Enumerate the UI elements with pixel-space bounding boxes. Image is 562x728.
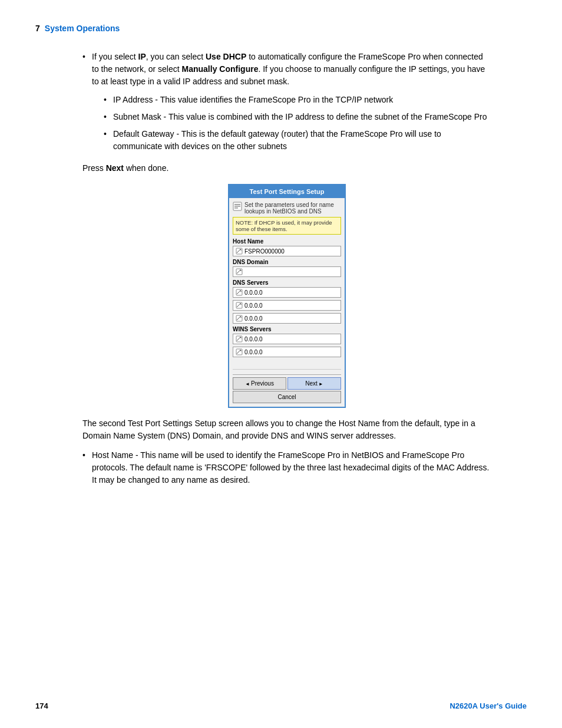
device-dns-server-3-input[interactable]: 0.0.0.0 — [233, 313, 341, 324]
svg-rect-10 — [236, 289, 242, 295]
svg-rect-16 — [236, 315, 242, 321]
press-next-text: Press — [82, 163, 106, 173]
bullet-ip: If you select IP, you can select Use DHC… — [82, 51, 491, 153]
previous-arrow-icon — [245, 380, 251, 387]
wins-server-2-value: 0.0.0.0 — [244, 349, 263, 355]
chapter-title: System Operations — [45, 24, 120, 33]
svg-rect-7 — [236, 269, 242, 275]
dns-server-2-edit-icon — [236, 302, 243, 309]
dns-domain-edit-icon — [236, 268, 243, 275]
press-next-end: when done. — [124, 163, 168, 173]
device-title-bar: Test Port Settings Setup — [229, 185, 345, 198]
page-number: 174 — [35, 701, 48, 710]
device-mockup: Test Port Settings Setup Set the paramet… — [228, 184, 346, 408]
previous-button-label: Previous — [251, 380, 274, 387]
wins-server-1-edit-icon — [236, 335, 243, 342]
device-dns-server-1-input[interactable]: 0.0.0.0 — [233, 287, 341, 298]
main-bullet-list: If you select IP, you can select Use DHC… — [82, 51, 491, 153]
device-spacer — [233, 360, 341, 369]
device-dns-domain-input[interactable] — [233, 266, 341, 277]
svg-rect-4 — [236, 248, 242, 254]
dns-server-2-value: 0.0.0.0 — [244, 302, 263, 309]
device-dns-servers-label: DNS Servers — [233, 279, 341, 286]
device-cancel-button[interactable]: Cancel — [233, 391, 341, 403]
device-next-button[interactable]: Next — [287, 377, 341, 390]
device-host-name-input[interactable]: FSPRO000000 — [233, 246, 341, 256]
sub-bullet-subnet-mask-text: Subnet Mask - This value is combined wit… — [113, 112, 487, 121]
description-paragraph: The second Test Port Settings Setup scre… — [82, 417, 491, 442]
sub-bullet-default-gateway-text: Default Gateway - This is the default ga… — [113, 129, 441, 151]
device-note: NOTE: If DHCP is used, it may provide so… — [233, 217, 341, 235]
device-body: Set the parameters used for name lookups… — [229, 198, 345, 407]
device-button-row-2: Cancel — [233, 391, 341, 403]
wins-server-1-value: 0.0.0.0 — [244, 336, 263, 342]
device-settings-icon — [233, 202, 242, 211]
guide-title: N2620A User's Guide — [449, 701, 527, 710]
dns-server-1-edit-icon — [236, 289, 243, 296]
sub-bullet-list: IP Address - This value identifies the F… — [104, 94, 491, 153]
device-icon-text: Set the parameters used for name lookups… — [244, 202, 341, 215]
bold-manually-configure: Manually Configure — [182, 64, 259, 74]
dns-server-1-value: 0.0.0.0 — [244, 289, 263, 296]
bold-ip: IP — [138, 52, 146, 61]
dns-server-3-value: 0.0.0.0 — [244, 315, 263, 322]
sub-bullet-ip-address-text: IP Address - This value identifies the F… — [113, 95, 393, 104]
svg-rect-19 — [236, 336, 242, 342]
bullet-ip-text: If you select IP, you can select Use DHC… — [92, 52, 485, 86]
device-wins-server-2-input[interactable]: 0.0.0.0 — [233, 347, 341, 357]
device-dns-server-2-input[interactable]: 0.0.0.0 — [233, 300, 341, 311]
sub-bullet-ip-address: IP Address - This value identifies the F… — [104, 94, 491, 106]
device-wins-servers-label: WINS Servers — [233, 326, 341, 332]
content-area: If you select IP, you can select Use DHC… — [82, 51, 491, 486]
chapter-header: 7 System Operations — [35, 24, 527, 33]
svg-rect-13 — [236, 302, 242, 308]
host-name-edit-icon — [236, 248, 243, 255]
next-button-label: Next — [305, 380, 318, 387]
page-footer: 174 N2620A User's Guide — [35, 701, 527, 710]
cancel-button-label: Cancel — [277, 394, 296, 400]
host-name-bullet-text: Host Name - This name will be used to id… — [92, 450, 489, 485]
svg-rect-2 — [234, 206, 240, 207]
device-button-divider — [233, 369, 341, 370]
next-arrow-icon — [318, 380, 323, 387]
device-dns-domain-label: DNS Domain — [233, 259, 341, 265]
svg-rect-1 — [234, 204, 240, 205]
svg-rect-22 — [236, 349, 242, 355]
press-next-paragraph: Press Next when done. — [82, 162, 491, 174]
device-icon-row: Set the parameters used for name lookups… — [233, 202, 341, 215]
device-previous-button[interactable]: Previous — [233, 377, 286, 390]
press-next-bold: Next — [106, 163, 124, 173]
host-name-bullet: Host Name - This name will be used to id… — [82, 449, 491, 486]
sub-bullet-default-gateway: Default Gateway - This is the default ga… — [104, 128, 491, 153]
device-host-name-label: Host Name — [233, 238, 341, 245]
wins-server-2-edit-icon — [236, 348, 243, 355]
sub-bullet-subnet-mask: Subnet Mask - This value is combined wit… — [104, 111, 491, 123]
page-container: 7 System Operations If you select IP, yo… — [0, 0, 562, 728]
device-button-row: Previous Next — [233, 374, 341, 390]
bold-use-dhcp: Use DHCP — [206, 52, 246, 61]
device-wins-server-1-input[interactable]: 0.0.0.0 — [233, 334, 341, 344]
host-name-bullet-list: Host Name - This name will be used to id… — [82, 449, 491, 486]
dns-server-3-edit-icon — [236, 315, 243, 322]
host-name-value: FSPRO000000 — [244, 248, 285, 255]
svg-rect-3 — [234, 207, 238, 209]
chapter-number: 7 — [35, 24, 40, 33]
